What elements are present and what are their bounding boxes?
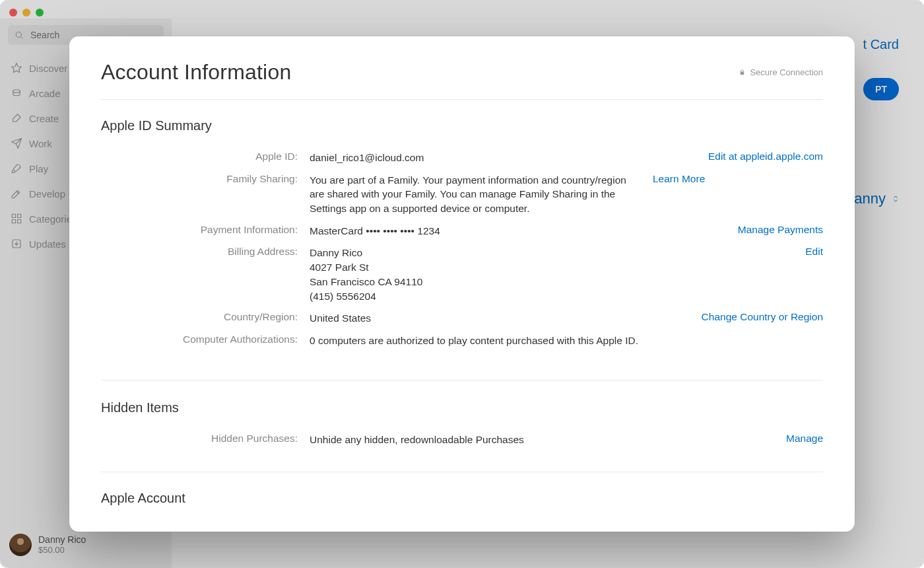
lock-icon bbox=[739, 69, 746, 76]
label-apple-id: Apple ID: bbox=[101, 151, 310, 162]
row-hidden-purchases: Hidden Purchases: Unhide any hidden, red… bbox=[101, 429, 823, 451]
sheet-header: Account Information Secure Connection bbox=[101, 60, 823, 100]
link-change-country[interactable]: Change Country or Region bbox=[702, 311, 823, 322]
label-family-sharing: Family Sharing: bbox=[101, 173, 310, 185]
row-computer-auth: Computer Authorizations: 0 computers are… bbox=[101, 330, 823, 352]
label-hidden-purchases: Hidden Purchases: bbox=[101, 433, 310, 444]
value-country: United States bbox=[310, 311, 688, 326]
label-payment: Payment Information: bbox=[101, 224, 310, 236]
section-title-hidden: Hidden Items bbox=[101, 400, 823, 415]
row-billing-address: Billing Address: Danny Rico 4027 Park St… bbox=[101, 242, 823, 307]
secure-connection-indicator: Secure Connection bbox=[739, 67, 823, 77]
value-payment: MasterCard •••• •••• •••• 1234 bbox=[310, 224, 725, 238]
value-apple-id: daniel_rico1@icloud.com bbox=[310, 151, 695, 165]
divider bbox=[101, 472, 823, 472]
value-billing: Danny Rico 4027 Park St San Francisco CA… bbox=[310, 246, 792, 303]
sheet-body: Apple ID Summary Apple ID: daniel_rico1@… bbox=[101, 100, 823, 532]
section-title-apple-account: Apple Account bbox=[101, 491, 823, 506]
row-apple-id: Apple ID: daniel_rico1@icloud.com Edit a… bbox=[101, 147, 823, 169]
divider bbox=[101, 380, 823, 380]
row-country-region: Country/Region: United States Change Cou… bbox=[101, 307, 823, 330]
account-information-sheet: Account Information Secure Connection Ap… bbox=[69, 36, 855, 532]
value-hidden-purchases: Unhide any hidden, redownloadable Purcha… bbox=[310, 433, 773, 447]
label-country: Country/Region: bbox=[101, 311, 310, 323]
link-manage-payments[interactable]: Manage Payments bbox=[738, 224, 823, 235]
link-manage-hidden[interactable]: Manage bbox=[786, 433, 823, 444]
link-edit-apple-id[interactable]: Edit at appleid.apple.com bbox=[708, 151, 823, 162]
value-auth: 0 computers are authorized to play conte… bbox=[310, 334, 810, 348]
row-family-sharing: Family Sharing: You are part of a Family… bbox=[101, 169, 823, 220]
sheet-title: Account Information bbox=[101, 60, 291, 85]
section-title-summary: Apple ID Summary bbox=[101, 118, 823, 133]
row-payment-information: Payment Information: MasterCard •••• •••… bbox=[101, 220, 823, 242]
label-auth: Computer Authorizations: bbox=[101, 334, 310, 345]
link-learn-more-family[interactable]: Learn More bbox=[653, 173, 705, 184]
value-family-sharing: You are part of a Family. Your payment i… bbox=[310, 173, 640, 216]
link-edit-billing[interactable]: Edit bbox=[805, 246, 823, 257]
label-billing: Billing Address: bbox=[101, 246, 310, 258]
